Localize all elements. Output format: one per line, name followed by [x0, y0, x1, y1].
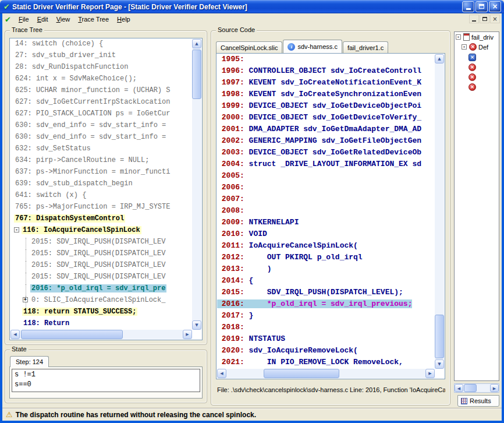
code-line[interactable]: 1998: KEVENT sdv_IoCreateSynchronization…	[217, 90, 435, 101]
scroll-right-button[interactable]: ▶	[183, 330, 192, 339]
close-button[interactable]: ×	[489, 1, 501, 12]
code-line[interactable]: 2001: DMA_ADAPTER sdv_IoGetDmaAdapter_DM…	[217, 125, 435, 136]
scroll-thumb[interactable]	[464, 384, 477, 392]
defect-step[interactable]: ×	[468, 82, 499, 92]
tab-fail-driver1-c[interactable]: fail_driver1.c	[343, 41, 388, 53]
trace-line[interactable]: 624: int x = SdvMakeChoice();	[10, 75, 192, 86]
code-line[interactable]: 2020: sdv_IoAcquireRemoveLock(	[217, 346, 435, 358]
code-line[interactable]: 2012: OUT PKIRQL p_old_irql	[217, 253, 435, 265]
mdi-close-button[interactable]: ×	[490, 15, 500, 23]
scroll-down-button[interactable]: ▼	[192, 320, 201, 330]
tab-sdv-harness-c[interactable]: isdv-harness.c	[283, 40, 342, 53]
title-bar[interactable]: ✔ Static Driver Verifier Report Page - […	[0, 0, 504, 13]
code-line[interactable]: 2006:	[217, 183, 435, 195]
menu-item-help[interactable]: Help	[113, 13, 134, 26]
defect-group[interactable]: - × Def	[455, 42, 499, 52]
scroll-right-button[interactable]: ▶	[490, 384, 499, 392]
trace-line[interactable]: +0: SLIC_IoAcquireCancelSpinLock_	[10, 296, 192, 308]
code-line[interactable]: 2019: NTSTATUS	[217, 334, 435, 346]
trace-line[interactable]: 118: return STATUS_SUCCESS;	[10, 308, 192, 319]
trace-line[interactable]: 2015: SDV_IRQL_PUSH(DISPATCH_LEV	[10, 261, 192, 273]
code-line[interactable]: 2007:	[217, 195, 435, 206]
code-horizontal-scrollbar[interactable]: ◀ ▶	[217, 369, 435, 378]
code-line[interactable]: 2002: GENERIC_MAPPING sdv_IoGetFileObjec…	[217, 136, 435, 148]
menu-item-edit[interactable]: Edit	[33, 13, 52, 26]
code-line[interactable]: 2000: DEVICE_OBJECT sdv_IoGetDeviceToVer…	[217, 113, 435, 125]
defect-step[interactable]: ×	[468, 72, 499, 82]
scroll-left-button[interactable]: ◀	[217, 369, 226, 378]
trace-line[interactable]: 2015: SDV_IRQL_PUSH(DISPATCH_LEV	[10, 249, 192, 261]
scroll-down-button[interactable]: ▼	[435, 359, 444, 369]
code-line[interactable]: 2010: VOID	[217, 230, 435, 241]
trace-line[interactable]: 2016: *p_old_irql = sdv_irql_pre	[10, 284, 192, 296]
code-line[interactable]: 2003: DEVICE_OBJECT sdv_IoGetRelatedDevi…	[217, 148, 435, 160]
scroll-thumb[interactable]	[21, 330, 123, 339]
code-line[interactable]: 2008:	[217, 206, 435, 218]
trace-line[interactable]: 2015: SDV_IRQL_PUSH(DISPATCH_LEV	[10, 273, 192, 284]
trace-line[interactable]: 632: sdv_SetStatus	[10, 144, 192, 156]
trace-line[interactable]: 625: UCHAR minor_function = (UCHAR) S	[10, 86, 192, 98]
code-line[interactable]: 1997: KEVENT sdv_IoCreateNotificationEve…	[217, 78, 435, 90]
code-line[interactable]: 2015: SDV_IRQL_PUSH(DISPATCH_LEVEL);	[217, 288, 435, 299]
trace-line[interactable]: 14: switch (choice) {	[10, 40, 192, 51]
scroll-thumb[interactable]	[192, 50, 201, 99]
trace-line[interactable]: 627: PIO_STACK_LOCATION ps = IoGetCur	[10, 110, 192, 121]
tab-step[interactable]: Step: 124	[10, 356, 49, 367]
code-line[interactable]: 2014: {	[217, 276, 435, 288]
trace-line[interactable]: 627: sdv_IoGetCurrentIrpStackLocation	[10, 98, 192, 110]
code-line[interactable]: 2011: IoAcquireCancelSpinLock(	[217, 241, 435, 253]
code-line[interactable]: 2009: NTKERNELAPI	[217, 218, 435, 230]
trace-line[interactable]: 639: sdv_stub_dispatch_begin	[10, 179, 192, 191]
scroll-thumb[interactable]	[264, 369, 339, 378]
trace-vertical-scrollbar[interactable]: ▲ ▼	[192, 39, 201, 330]
trace-line[interactable]: 630: sdv_end_info = sdv_start_info =	[10, 121, 192, 133]
code-line[interactable]: 1995:	[217, 55, 435, 66]
scroll-right-button[interactable]: ▶	[425, 369, 435, 378]
expander-minus-icon[interactable]: -	[456, 34, 461, 40]
trace-line[interactable]: -116: IoAcquireCancelSpinLock	[10, 226, 192, 238]
trace-line[interactable]: 118: Return	[10, 319, 192, 330]
minimize-button[interactable]	[462, 1, 474, 12]
state-textbox[interactable]: s !=1 s==0	[12, 369, 200, 392]
code-line[interactable]: 2021: IN PIO_REMOVE_LOCK RemoveLock,	[217, 358, 435, 369]
menu-item-file[interactable]: File	[15, 13, 33, 26]
defect-root[interactable]: - fail_driv	[455, 32, 499, 42]
code-line[interactable]: 2016: *p_old_irql = sdv_irql_previous;	[217, 299, 435, 311]
code-line[interactable]: 1996: CONTROLLER_OBJECT sdv_IoCreateCont…	[217, 66, 435, 78]
menu-item-trace-tree[interactable]: Trace Tree	[74, 13, 113, 26]
defect-step[interactable]: ×	[468, 62, 499, 72]
scroll-up-button[interactable]: ▲	[192, 39, 201, 48]
defect-step[interactable]: ×	[468, 52, 499, 62]
defects-horizontal-scrollbar[interactable]: ◀ ▶	[454, 383, 499, 393]
code-line[interactable]: 1999: DEVICE_OBJECT sdv_IoGetDeviceObjec…	[217, 101, 435, 113]
expander-plus-icon[interactable]: +	[23, 297, 28, 302]
code-line[interactable]: 2013: )	[217, 265, 435, 276]
trace-line[interactable]: 634: pirp->CancelRoutine = NULL;	[10, 156, 192, 168]
scroll-left-button[interactable]: ◀	[10, 330, 20, 339]
expander-minus-icon[interactable]: -	[462, 44, 467, 50]
code-line[interactable]: 2018:	[217, 323, 435, 334]
trace-horizontal-scrollbar[interactable]: ◀ ▶	[10, 330, 192, 339]
code-vertical-scrollbar[interactable]: ▲ ▼	[435, 54, 444, 369]
tab-results[interactable]: Results	[457, 395, 499, 407]
code-line[interactable]: 2017: }	[217, 311, 435, 323]
scroll-left-button[interactable]: ◀	[455, 384, 463, 392]
trace-line[interactable]: 767: DispatchSystemControl	[10, 214, 192, 226]
trace-line[interactable]: 2015: SDV_IRQL_PUSH(DISPATCH_LEV	[10, 238, 192, 249]
trace-line[interactable]: 630: sdv_end_info = sdv_start_info =	[10, 133, 192, 144]
code-line[interactable]: 2005:	[217, 171, 435, 183]
mdi-minimize-button[interactable]	[469, 15, 479, 23]
scroll-up-button[interactable]: ▲	[435, 54, 444, 64]
mdi-restore-button[interactable]	[480, 15, 489, 23]
trace-line[interactable]: 28: sdv_RunDispatchFunction	[10, 63, 192, 75]
trace-line[interactable]: 765: ps->MajorFunction = IRP_MJ_SYSTE	[10, 203, 192, 214]
scroll-thumb[interactable]	[435, 315, 444, 358]
tab-cancelspinlock-slic[interactable]: CancelSpinLock.slic	[216, 41, 282, 53]
trace-line[interactable]: 637: ps->MinorFunction = minor_functi	[10, 168, 192, 179]
trace-line[interactable]: 27: sdv_stub_driver_init	[10, 51, 192, 63]
maximize-button[interactable]	[475, 1, 488, 12]
menu-item-view[interactable]: View	[52, 13, 74, 26]
expander-minus-icon[interactable]: -	[14, 227, 19, 232]
code-line[interactable]: 2004: struct _DRIVE_LAYOUT_INFORMATION_E…	[217, 160, 435, 171]
trace-line[interactable]: 641: switch (x) {	[10, 191, 192, 203]
